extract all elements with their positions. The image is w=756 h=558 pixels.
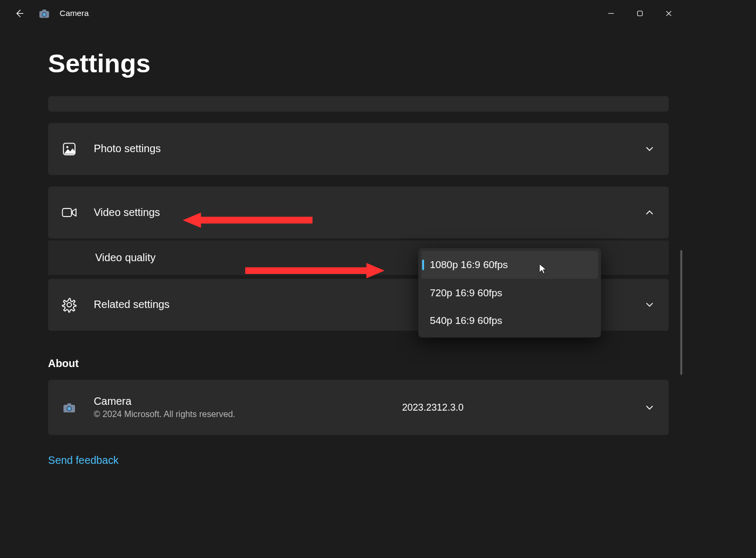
back-button[interactable] (10, 4, 29, 23)
chevron-down-icon (644, 402, 655, 413)
scrollbar[interactable] (680, 250, 683, 375)
minimize-icon (608, 10, 614, 17)
minimize-button[interactable] (596, 4, 625, 23)
app-title: Camera (60, 9, 89, 18)
placeholder-icon (62, 96, 77, 109)
chevron-down-icon (644, 143, 655, 155)
window-controls (596, 4, 683, 23)
photo-icon (62, 141, 77, 157)
about-copyright: © 2024 Microsoft. All rights reserved. (94, 410, 235, 420)
camera-icon (62, 399, 77, 415)
svg-rect-13 (68, 403, 71, 405)
about-version: 2023.2312.3.0 (402, 402, 464, 413)
maximize-button[interactable] (626, 4, 654, 23)
dropdown-option-720p[interactable]: 720p 16:9 60fps (421, 279, 599, 306)
video-quality-label: Video quality (95, 252, 155, 264)
settings-card-truncated[interactable] (48, 96, 669, 112)
titlebar: Camera (0, 0, 683, 27)
svg-point-11 (67, 303, 71, 307)
video-settings-label: Video settings (94, 206, 160, 219)
about-app-name: Camera (94, 395, 235, 407)
svg-rect-10 (62, 209, 71, 216)
svg-point-9 (67, 146, 69, 148)
dropdown-option-540p[interactable]: 540p 16:9 60fps (421, 307, 599, 335)
settings-content: Photo settings Video settings Video qual… (48, 96, 669, 467)
photo-settings-card[interactable]: Photo settings (48, 123, 669, 175)
chevron-up-icon (644, 207, 655, 219)
video-icon (62, 205, 77, 220)
maximize-icon (636, 10, 643, 17)
video-quality-dropdown: 1080p 16:9 60fps 720p 16:9 60fps 540p 16… (418, 248, 601, 337)
close-icon (666, 10, 672, 17)
svg-rect-5 (637, 11, 642, 15)
arrow-left-icon (14, 9, 24, 18)
page-title: Settings (48, 48, 683, 78)
about-text: Camera © 2024 Microsoft. All rights rese… (94, 395, 235, 420)
chevron-down-icon (644, 299, 655, 311)
dropdown-option-1080p[interactable]: 1080p 16:9 60fps (421, 251, 599, 279)
gear-icon (62, 297, 77, 312)
about-heading: About (48, 357, 669, 370)
svg-point-15 (68, 407, 71, 410)
send-feedback-link[interactable]: Send feedback (48, 454, 119, 467)
about-card[interactable]: Camera © 2024 Microsoft. All rights rese… (48, 380, 669, 435)
camera-app-icon (38, 7, 50, 19)
video-settings-card[interactable]: Video settings (48, 187, 669, 239)
svg-rect-1 (43, 10, 46, 12)
photo-settings-label: Photo settings (94, 143, 161, 155)
svg-point-3 (43, 13, 46, 16)
related-settings-label: Related settings (94, 298, 170, 311)
close-button[interactable] (654, 4, 683, 23)
